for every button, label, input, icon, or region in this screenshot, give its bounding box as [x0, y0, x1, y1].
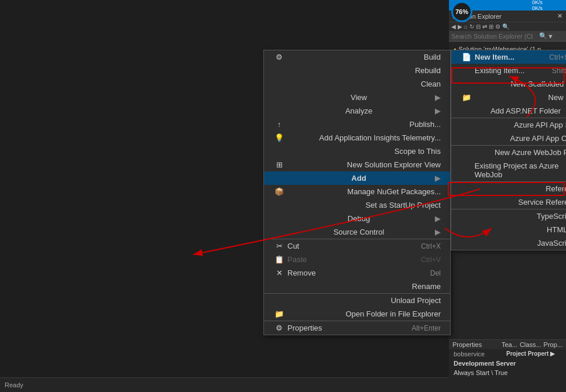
menu-add-scaffolded[interactable]: New Scaffolded Item...: [451, 77, 566, 91]
menu-view[interactable]: View ▶: [264, 91, 450, 104]
menu-paste: 📋 Paste Ctrl+V: [264, 253, 450, 266]
search-submit-icon[interactable]: 🔍: [539, 32, 547, 40]
collapse-icon[interactable]: ⊞: [489, 23, 493, 30]
menu-rename[interactable]: Rename: [264, 280, 450, 293]
filter-icon[interactable]: ⊟: [476, 23, 481, 30]
prop-server: Development Server: [449, 359, 566, 368]
close-icon[interactable]: ✕: [557, 12, 562, 20]
menu-remove[interactable]: ✕ Remove Del: [264, 266, 450, 280]
menu-scope[interactable]: Scope to This: [264, 145, 450, 158]
status-text: Ready: [5, 381, 23, 388]
menu-cut[interactable]: ✂ Cut Ctrl+X: [264, 239, 450, 253]
back-icon[interactable]: ◀: [451, 23, 456, 30]
sync-icon[interactable]: ⇄: [482, 23, 487, 30]
menu-rebuild[interactable]: Rebuild: [264, 64, 450, 77]
menu-startup[interactable]: Set as StartUp Project: [264, 198, 450, 212]
remove-icon: ✕: [273, 269, 285, 277]
menu-source-control[interactable]: Source Control ▶: [264, 225, 450, 239]
search-input[interactable]: [451, 33, 539, 40]
properties-header: Properties Tea... Class... Prop...: [449, 340, 566, 349]
forward-icon[interactable]: ▶: [458, 23, 462, 30]
analyze-submenu-arrow: ▶: [435, 106, 441, 115]
menu-add-azure-api-client[interactable]: Azure API App Client...: [451, 132, 566, 145]
new-item-icon: 📄: [461, 53, 472, 61]
debug-submenu-arrow: ▶: [435, 214, 441, 223]
menu-add-existing-webjob[interactable]: Existing Project as Azure WebJob: [451, 159, 566, 181]
menu-clean[interactable]: Clean: [264, 77, 450, 91]
prop-always-start: Always Start \ True: [449, 368, 566, 377]
menu-add-service-reference[interactable]: Service Reference...: [451, 195, 566, 209]
publish-icon: ↑: [273, 120, 285, 129]
settings-icon[interactable]: ⚙: [495, 23, 500, 30]
se-toolbar: ◀ ▶ ⌂ ↻ ⊟ ⇄ ⊞ ⚙ 🔍: [449, 22, 566, 31]
tab-prop[interactable]: Prop...: [544, 341, 562, 348]
properties-icon: ⚙: [273, 324, 285, 332]
menu-add-new-folder[interactable]: 📁 New Folder: [451, 91, 566, 104]
tab-team[interactable]: Tea...: [502, 341, 517, 348]
ide-background: [0, 0, 263, 392]
menu-add-webjob[interactable]: New Azure WebJob Project: [451, 145, 566, 159]
properties-panel: Properties Tea... Class... Prop... bobse…: [449, 339, 566, 377]
menu-nuget[interactable]: 📦 Manage NuGet Packages...: [264, 185, 450, 198]
menu-add-html[interactable]: HTML Page: [451, 223, 566, 236]
menu-add-reference[interactable]: Reference...: [451, 181, 566, 195]
home-icon[interactable]: ⌂: [464, 23, 468, 30]
menu-add-azure-api-sdk[interactable]: Azure API App SDK...: [451, 118, 566, 132]
context-menu-add: 📄 New Item... Ctrl+Shift+A Existing Item…: [451, 50, 566, 250]
tab-class[interactable]: Class...: [520, 341, 541, 348]
search-options-icon[interactable]: ▼: [547, 33, 554, 40]
view-submenu-arrow: ▶: [435, 93, 441, 102]
menu-unload[interactable]: Unload Project: [264, 293, 450, 307]
menu-add-javascript[interactable]: JavaScript File: [451, 236, 566, 250]
menu-add-typescript[interactable]: TypeScript File: [451, 209, 566, 223]
menu-add-aspnet-folder[interactable]: Add ASP.NET Folder ▶: [451, 104, 566, 118]
insights-icon: 💡: [273, 133, 285, 142]
menu-new-se-view[interactable]: ⊞ New Solution Explorer View: [264, 158, 450, 171]
menu-debug[interactable]: Debug ▶: [264, 212, 450, 225]
network-speed: 0K/s 0K/s: [532, 0, 543, 11]
prop-project: bobservice Project Propert ▶: [449, 349, 566, 359]
new-folder-icon: 📁: [461, 93, 472, 102]
paste-icon: 📋: [273, 255, 285, 264]
menu-properties[interactable]: ⚙ Properties Alt+Enter: [264, 321, 450, 335]
menu-build[interactable]: ⚙ Build: [264, 50, 450, 64]
search-icon[interactable]: 🔍: [502, 23, 509, 30]
se-search-area: 🔍 ▼: [449, 31, 566, 42]
folder-icon: 📁: [273, 310, 285, 318]
context-menu-main: ⚙ Build Rebuild Clean View ▶ Analyze ▶ ↑…: [263, 50, 451, 335]
menu-analyze[interactable]: Analyze ▶: [264, 104, 450, 118]
add-submenu-arrow: ▶: [435, 174, 441, 183]
progress-indicator: 76%: [451, 1, 472, 22]
menu-add-existing-item[interactable]: Existing Item... Shift+Alt+A: [451, 64, 566, 77]
menu-insights[interactable]: 💡 Add Application Insights Telemetry...: [264, 131, 450, 145]
cut-icon: ✂: [273, 242, 285, 250]
menu-add-new-item[interactable]: 📄 New Item... Ctrl+Shift+A: [451, 50, 566, 64]
sc-submenu-arrow: ▶: [435, 228, 441, 236]
prop-tabs: Tea... Class... Prop...: [502, 341, 562, 348]
newse-icon: ⊞: [273, 160, 285, 169]
menu-open-folder[interactable]: 📁 Open Folder in File Explorer: [264, 307, 450, 321]
menu-add[interactable]: Add ▶: [264, 171, 450, 185]
build-icon: ⚙: [273, 53, 285, 61]
nuget-icon: 📦: [273, 187, 285, 196]
menu-publish[interactable]: ↑ Publish...: [264, 118, 450, 131]
refresh-icon[interactable]: ↻: [469, 23, 474, 30]
